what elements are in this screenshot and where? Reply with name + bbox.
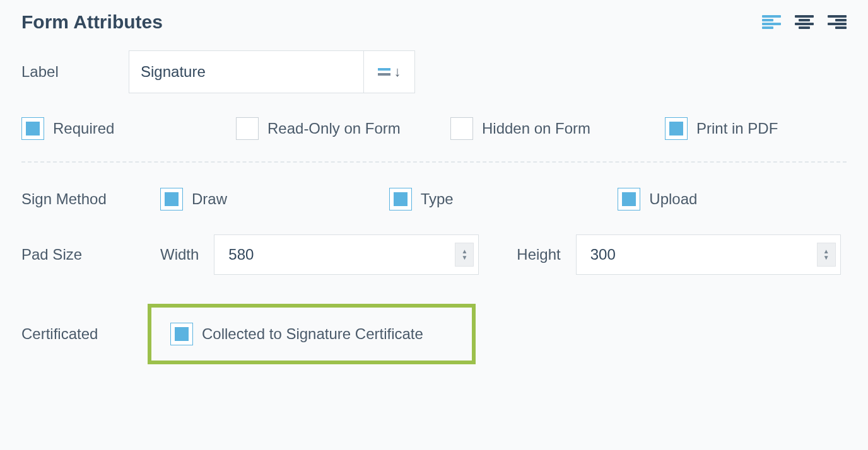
pad-size-title: Pad Size — [21, 246, 160, 263]
hidden-checkbox[interactable]: Hidden on Form — [450, 117, 665, 140]
collected-to-certificate-label: Collected to Signature Certificate — [202, 325, 423, 343]
width-input[interactable] — [214, 234, 479, 275]
height-stepper[interactable]: ▲ ▼ — [817, 243, 836, 267]
checkbox-icon — [21, 117, 44, 140]
certificated-highlight: Collected to Signature Certificate — [148, 304, 476, 364]
sign-method-title: Sign Method — [21, 190, 160, 208]
section-title: Form Attributes — [21, 11, 163, 33]
checkbox-icon — [236, 117, 259, 140]
width-label: Width — [160, 246, 199, 263]
height-input[interactable] — [576, 234, 841, 275]
sign-method-upload-label: Upload — [649, 190, 697, 208]
label-dropdown-button[interactable]: ↓ — [363, 50, 415, 93]
checkbox-icon — [450, 117, 473, 140]
checkbox-icon — [665, 117, 688, 140]
align-right-icon[interactable] — [828, 15, 847, 29]
sign-method-type-label: Type — [421, 190, 454, 208]
readonly-checkbox[interactable]: Read-Only on Form — [236, 117, 450, 140]
label-field-title: Label — [21, 63, 129, 81]
align-center-icon[interactable] — [795, 15, 814, 29]
print-pdf-checkbox[interactable]: Print in PDF — [665, 117, 778, 140]
align-left-icon[interactable] — [762, 15, 781, 29]
sign-method-draw-checkbox[interactable]: Draw — [160, 188, 389, 211]
checkbox-icon — [170, 323, 193, 345]
label-input[interactable] — [129, 50, 363, 93]
sign-method-upload-checkbox[interactable]: Upload — [618, 188, 847, 211]
sign-method-type-checkbox[interactable]: Type — [389, 188, 618, 211]
list-arrow-icon: ↓ — [378, 65, 401, 79]
chevron-down-icon: ▼ — [461, 255, 467, 261]
certificated-title: Certificated — [21, 325, 148, 343]
section-divider — [21, 161, 847, 163]
hidden-label: Hidden on Form — [482, 120, 590, 137]
required-label: Required — [53, 120, 114, 137]
readonly-label: Read-Only on Form — [267, 120, 401, 137]
checkbox-icon — [389, 188, 412, 211]
checkbox-icon — [618, 188, 640, 211]
width-stepper[interactable]: ▲ ▼ — [455, 243, 474, 267]
required-checkbox[interactable]: Required — [21, 117, 236, 140]
chevron-down-icon: ▼ — [823, 255, 830, 261]
print-pdf-label: Print in PDF — [696, 120, 778, 137]
height-label: Height — [517, 246, 560, 263]
align-group — [762, 15, 847, 29]
checkbox-icon — [160, 188, 183, 211]
sign-method-draw-label: Draw — [192, 190, 227, 208]
collected-to-certificate-checkbox[interactable]: Collected to Signature Certificate — [170, 323, 423, 345]
